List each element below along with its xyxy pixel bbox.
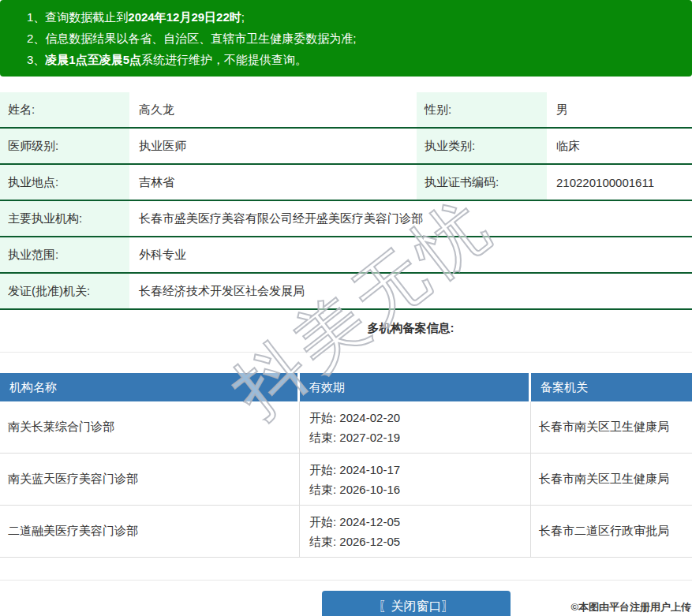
validity-end: 结束: 2027-02-19 — [309, 427, 530, 447]
notice-text: ; — [241, 10, 245, 24]
table-row: 医师级别: 执业医师 执业类别: 临床 — [0, 129, 692, 165]
multi-institution-section-title: 多机构备案信息: — [368, 321, 454, 334]
validity-start: 开始: 2024-10-17 — [309, 460, 530, 480]
practice-category-label: 执业类别: — [417, 129, 547, 163]
name-label: 姓名: — [0, 92, 129, 127]
certificate-number-label: 执业证书编码: — [417, 165, 547, 200]
name-value: 高久龙 — [129, 92, 417, 127]
doctor-level-label: 医师级别: — [0, 129, 129, 163]
notice-banner: 1、查询数据截止到2024年12月29日22时; 2、信息数据结果以各省、自治区… — [0, 0, 692, 77]
table-row: 南关长莱综合门诊部 开始: 2024-02-20 结束: 2027-02-19 … — [0, 401, 692, 454]
practice-scope-label: 执业范围: — [0, 237, 129, 272]
org-name: 二道融美医疗美容门诊部 — [0, 506, 300, 557]
notice-number: 2、 — [27, 32, 45, 45]
notice-line-3: 3、凌晨1点至凌晨5点系统进行维护，不能提供查询。 — [8, 49, 684, 70]
divider — [0, 580, 692, 581]
gender-value: 男 — [547, 92, 692, 127]
validity-end: 结束: 2026-12-05 — [309, 532, 530, 551]
table-row: 南关蓝天医疗美容门诊部 开始: 2024-10-17 结束: 2026-10-1… — [0, 454, 692, 506]
record-authority: 长春市南关区卫生健康局 — [531, 401, 692, 453]
notice-number: 3、 — [27, 53, 45, 66]
validity-end: 结束: 2026-10-16 — [309, 480, 530, 499]
notice-text: 查询数据截止到 — [45, 10, 128, 24]
doctor-level-value: 执业医师 — [129, 129, 417, 163]
notice-text-bold: 2024年12月29日22时 — [128, 10, 241, 24]
notice-line-2: 2、信息数据结果以各省、自治区、直辖市卫生健康委数据为准; — [8, 28, 684, 49]
column-header-org: 机构名称 — [0, 373, 300, 401]
issuing-authority-value: 长春经济技术开发区社会发展局 — [129, 274, 692, 308]
copyright-stamp: ©本图由平台注册用户上传 — [570, 600, 691, 614]
validity-period: 开始: 2024-10-17 结束: 2026-10-16 — [300, 454, 531, 505]
table-row: 姓名: 高久龙 性别: 男 — [0, 92, 692, 129]
notice-text: 信息数据结果以各省、自治区、直辖市卫生健康委数据为准; — [45, 32, 356, 45]
section-title-wrap: 多机构备案信息: — [0, 310, 692, 352]
column-header-authority: 备案机关 — [531, 373, 692, 401]
doctor-info-table: 姓名: 高久龙 性别: 男 医师级别: 执业医师 执业类别: 临床 执业地点: … — [0, 92, 692, 310]
validity-period: 开始: 2024-02-20 结束: 2027-02-19 — [300, 401, 531, 453]
table-row: 发证(批准)机关: 长春经济技术开发区社会发展局 — [0, 274, 692, 310]
practice-category-value: 临床 — [547, 129, 692, 163]
main-institution-value: 长春市盛美医疗美容有限公司经开盛美医疗美容门诊部 — [129, 201, 692, 236]
notice-line-1: 1、查询数据截止到2024年12月29日22时; — [8, 6, 684, 28]
validity-start: 开始: 2024-12-05 — [309, 512, 530, 532]
validity-start: 开始: 2024-02-20 — [309, 408, 530, 427]
table-row: 执业地点: 吉林省 执业证书编码: 210220100001611 — [0, 165, 692, 201]
close-window-button[interactable]: 〖关闭窗口〗 — [322, 591, 511, 616]
doctor-query-result-page: 1、查询数据截止到2024年12月29日22时; 2、信息数据结果以各省、自治区… — [0, 0, 692, 616]
gender-label: 性别: — [417, 92, 547, 127]
main-institution-label: 主要执业机构: — [0, 201, 129, 236]
practice-location-label: 执业地点: — [0, 165, 129, 200]
practice-scope-value: 外科专业 — [129, 237, 692, 272]
org-name: 南关蓝天医疗美容门诊部 — [0, 454, 300, 505]
column-header-validity: 有效期 — [300, 373, 531, 401]
validity-period: 开始: 2024-12-05 结束: 2026-12-05 — [300, 506, 531, 557]
notice-number: 1、 — [27, 10, 45, 24]
practice-location-value: 吉林省 — [129, 165, 417, 200]
notice-text: 系统进行维护，不能提供查询。 — [141, 53, 307, 66]
table-row: 执业范围: 外科专业 — [0, 237, 692, 274]
table-row: 二道融美医疗美容门诊部 开始: 2024-12-05 结束: 2026-12-0… — [0, 506, 692, 558]
record-authority: 长春市南关区卫生健康局 — [531, 454, 692, 505]
certificate-number-value: 210220100001611 — [547, 165, 692, 200]
org-name: 南关长莱综合门诊部 — [0, 401, 300, 453]
records-table-header: 机构名称 有效期 备案机关 — [0, 373, 692, 401]
records-table: 机构名称 有效期 备案机关 南关长莱综合门诊部 开始: 2024-02-20 结… — [0, 373, 692, 558]
issuing-authority-label: 发证(批准)机关: — [0, 274, 129, 308]
divider — [0, 352, 692, 353]
notice-text-bold: 凌晨1点至凌晨5点 — [45, 53, 141, 66]
table-row: 主要执业机构: 长春市盛美医疗美容有限公司经开盛美医疗美容门诊部 — [0, 201, 692, 237]
record-authority: 长春市二道区行政审批局 — [531, 506, 692, 557]
